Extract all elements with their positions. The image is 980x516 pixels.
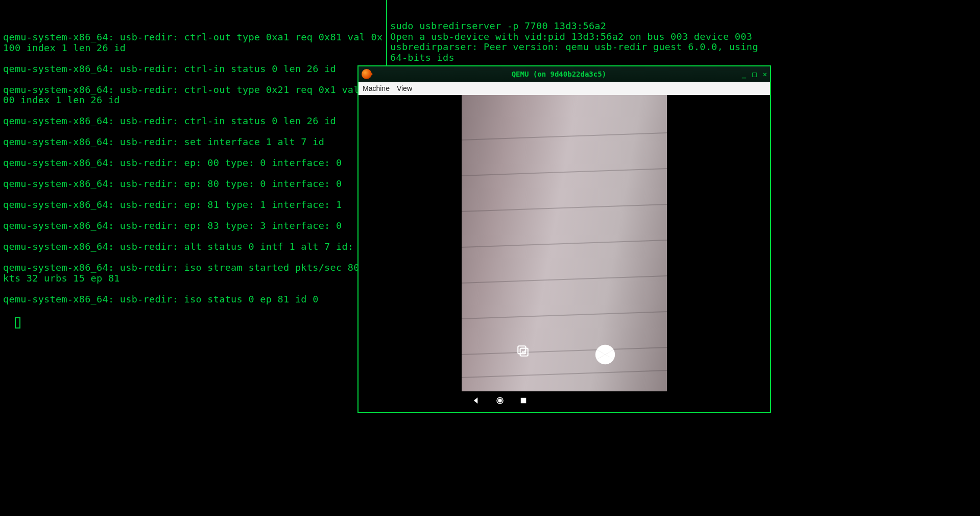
qemu-logo-icon <box>362 69 372 79</box>
terminal-line <box>3 74 386 85</box>
terminal-line <box>3 231 386 242</box>
terminal-line: qemu-system-x86_64: usb-redir: iso strea… <box>3 263 386 284</box>
back-button[interactable] <box>472 396 481 407</box>
minimize-button[interactable]: _ <box>742 70 746 78</box>
qemu-window[interactable]: QEMU (on 9d40b22da3c5) _ □ ✕ Machine Vie… <box>357 65 771 413</box>
svg-rect-5 <box>521 398 527 404</box>
terminal-line: qemu-system-x86_64: usb-redir: ep: 81 ty… <box>3 200 386 210</box>
recents-button[interactable] <box>519 396 528 407</box>
gallery-button[interactable] <box>516 344 534 362</box>
maximize-button[interactable]: □ <box>752 70 756 78</box>
paper-line <box>462 275 667 284</box>
terminal-line <box>3 284 386 294</box>
paper-line <box>462 311 667 319</box>
pane-separator <box>386 0 387 66</box>
close-button[interactable]: ✕ <box>763 70 767 78</box>
terminal-line: qemu-system-x86_64: usb-redir: alt statu… <box>3 242 386 252</box>
terminal-line: qemu-system-x86_64: usb-redir: ep: 00 ty… <box>3 158 386 169</box>
paper-line <box>462 204 667 212</box>
home-button[interactable] <box>495 396 505 407</box>
terminal-line: usbredirparser: Peer version: qemu usb-r… <box>390 42 768 63</box>
terminal-line: Open a usb-device with vid:pid 13d3:56a2… <box>390 32 768 42</box>
terminal-line <box>3 148 386 158</box>
terminal-line <box>3 53 386 64</box>
terminal-line: qemu-system-x86_64: usb-redir: ctrl-out … <box>3 32 386 53</box>
terminal-line: qemu-system-x86_64: usb-redir: set inter… <box>3 137 386 148</box>
camera-viewfinder[interactable] <box>462 95 667 391</box>
qemu-titlebar[interactable]: QEMU (on 9d40b22da3c5) _ □ ✕ <box>358 66 770 82</box>
qemu-menubar: Machine View <box>358 82 770 95</box>
android-navbar <box>462 391 667 412</box>
terminal-line <box>3 169 386 179</box>
terminal-line <box>3 210 386 221</box>
terminal-line: qemu-system-x86_64: usb-redir: ctrl-in s… <box>3 64 386 75</box>
terminal-line <box>3 252 386 263</box>
paper-line <box>462 168 667 176</box>
android-screen[interactable] <box>462 95 667 412</box>
window-title: QEMU (on 9d40b22da3c5) <box>376 70 742 78</box>
terminal-line: qemu-system-x86_64: usb-redir: ep: 83 ty… <box>3 221 386 231</box>
menu-machine[interactable]: Machine <box>363 84 390 92</box>
terminal-line <box>3 127 386 137</box>
camera-controls <box>462 335 667 371</box>
terminal-line: qemu-system-x86_64: usb-redir: ctrl-out … <box>3 85 386 106</box>
cursor-icon <box>15 317 20 329</box>
terminal-line <box>3 106 386 116</box>
svg-point-4 <box>498 399 501 402</box>
terminal-line: qemu-system-x86_64: usb-redir: iso statu… <box>3 294 386 305</box>
terminal-line: qemu-system-x86_64: usb-redir: ep: 80 ty… <box>3 179 386 190</box>
paper-line <box>462 240 667 248</box>
menu-view[interactable]: View <box>397 84 412 92</box>
terminal-line: qemu-system-x86_64: usb-redir: ctrl-in s… <box>3 116 386 127</box>
qemu-guest-screen[interactable] <box>358 95 770 412</box>
paper-line <box>462 132 667 140</box>
terminal-line: sudo usbredirserver -p 7700 13d3:56a2 <box>390 21 768 32</box>
paper-line <box>462 370 667 378</box>
terminal-left[interactable]: qemu-system-x86_64: usb-redir: ctrl-out … <box>3 11 386 331</box>
terminal-line <box>3 190 386 200</box>
shutter-button[interactable] <box>595 344 612 362</box>
